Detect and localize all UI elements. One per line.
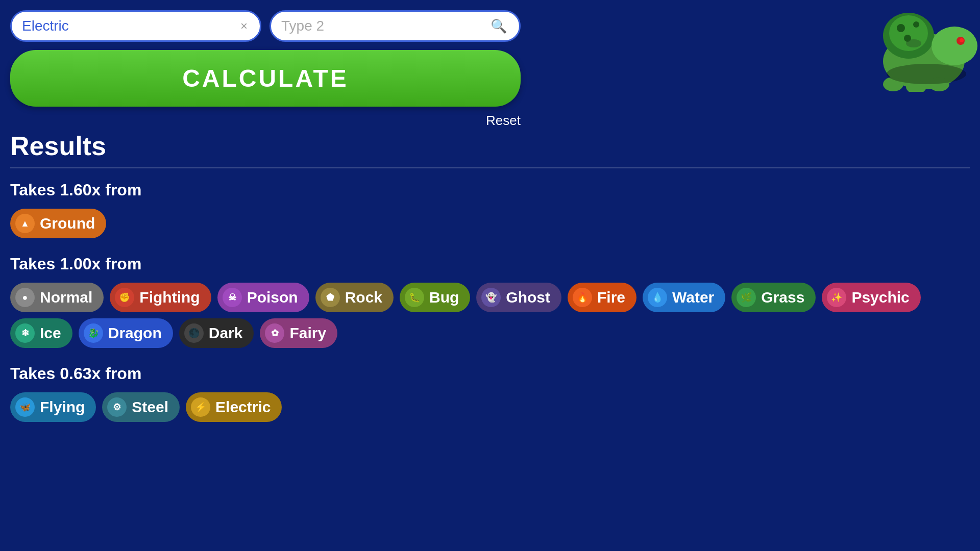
type-icon-water: 💧: [648, 288, 667, 307]
type-icon-grass: 🌿: [737, 288, 756, 307]
type-label-dragon: Dragon: [108, 324, 162, 342]
type-icon-flying: 🦋: [15, 397, 35, 417]
type-icon-psychic: ✨: [827, 288, 846, 307]
section-takes-160: Takes 1.60x from▲Ground: [10, 181, 970, 238]
type-icon-dark: 🌑: [184, 323, 204, 343]
svg-point-4: [957, 37, 965, 45]
type-icon-ice: ❄: [15, 323, 35, 343]
svg-point-13: [906, 39, 921, 47]
type-chips-takes-063: 🦋Flying⚙Steel⚡Electric: [10, 392, 970, 422]
type-chip-normal[interactable]: ●Normal: [10, 283, 104, 312]
results-sections: Takes 1.60x from▲GroundTakes 1.00x from●…: [10, 181, 970, 422]
svg-point-3: [932, 27, 977, 65]
pokemon-sprite: [842, 0, 980, 92]
reset-button[interactable]: Reset: [486, 113, 521, 129]
type-label-psychic: Psychic: [851, 289, 909, 306]
calculate-button[interactable]: CALCULATE: [10, 50, 521, 107]
type-chip-ground[interactable]: ▲Ground: [10, 209, 106, 238]
type-label-grass: Grass: [761, 289, 804, 306]
svg-point-0: [883, 33, 965, 89]
type-label-flying: Flying: [40, 398, 85, 416]
type-label-rock: Rock: [345, 289, 382, 306]
type-icon-electric: ⚡: [191, 397, 210, 417]
type-icon-fire: 🔥: [573, 288, 592, 307]
type-chip-water[interactable]: 💧Water: [643, 283, 725, 312]
section-takes-063: Takes 0.63x from🦋Flying⚙Steel⚡Electric: [10, 364, 970, 422]
type-label-steel: Steel: [132, 398, 168, 416]
svg-point-6: [897, 24, 905, 32]
svg-point-7: [913, 21, 919, 28]
type-label-dark: Dark: [209, 324, 243, 342]
type-icon-dragon: 🐉: [84, 323, 103, 343]
type-chip-ice[interactable]: ❄Ice: [10, 318, 72, 348]
svg-point-9: [883, 77, 903, 91]
type-chip-psychic[interactable]: ✨Psychic: [822, 283, 920, 312]
svg-point-2: [889, 15, 928, 51]
svg-point-11: [929, 77, 949, 91]
type2-input-wrapper: 🔍: [270, 10, 521, 42]
type-chip-bug[interactable]: 🐛Bug: [400, 283, 470, 312]
type-label-poison: Poison: [247, 289, 298, 306]
type-icon-fighting: ✊: [115, 288, 134, 307]
svg-point-5: [960, 38, 964, 42]
type1-input-wrapper: Electric ×: [10, 10, 261, 42]
type-icon-poison: ☠: [223, 288, 242, 307]
type-icon-steel: ⚙: [107, 397, 127, 417]
section-title-takes-063: Takes 0.63x from: [10, 364, 970, 383]
pokemon-decoration: [842, 0, 980, 92]
svg-point-10: [906, 80, 926, 92]
type-label-ghost: Ghost: [506, 289, 550, 306]
type-icon-bug: 🐛: [405, 288, 424, 307]
type-label-fighting: Fighting: [139, 289, 200, 306]
type-icon-normal: ●: [15, 288, 35, 307]
svg-point-8: [904, 35, 911, 42]
type-chips-takes-160: ▲Ground: [10, 209, 970, 238]
type2-input[interactable]: [281, 18, 488, 34]
type-chip-poison[interactable]: ☠Poison: [217, 283, 309, 312]
type-label-ice: Ice: [40, 324, 61, 342]
type-chip-fairy[interactable]: ✿Fairy: [260, 318, 337, 348]
type-chip-fire[interactable]: 🔥Fire: [568, 283, 636, 312]
search-area: Electric × 🔍: [10, 10, 521, 42]
type-icon-ghost: 👻: [481, 288, 501, 307]
type-label-water: Water: [672, 289, 714, 306]
svg-point-12: [887, 64, 966, 84]
type-label-normal: Normal: [40, 289, 92, 306]
type-chip-ghost[interactable]: 👻Ghost: [476, 283, 561, 312]
type-icon-fairy: ✿: [265, 323, 284, 343]
svg-point-1: [883, 13, 934, 59]
type1-input[interactable]: Electric: [22, 18, 238, 34]
section-title-takes-100: Takes 1.00x from: [10, 255, 970, 273]
type-label-fire: Fire: [597, 289, 625, 306]
section-takes-100: Takes 1.00x from●Normal✊Fighting☠Poison⬟…: [10, 255, 970, 348]
type-chips-takes-100: ●Normal✊Fighting☠Poison⬟Rock🐛Bug👻Ghost🔥F…: [10, 283, 970, 348]
type-chip-dark[interactable]: 🌑Dark: [179, 318, 254, 348]
search-button[interactable]: 🔍: [488, 18, 509, 34]
type-chip-grass[interactable]: 🌿Grass: [731, 283, 816, 312]
type-icon-ground: ▲: [15, 214, 35, 233]
type-chip-fighting[interactable]: ✊Fighting: [110, 283, 211, 312]
type-label-electric: Electric: [215, 398, 271, 416]
section-title-takes-160: Takes 1.60x from: [10, 181, 970, 199]
type-label-bug: Bug: [429, 289, 459, 306]
type-chip-electric[interactable]: ⚡Electric: [186, 392, 282, 422]
clear-button[interactable]: ×: [238, 20, 250, 32]
type-label-ground: Ground: [40, 215, 95, 232]
type-label-fairy: Fairy: [289, 324, 326, 342]
type-chip-flying[interactable]: 🦋Flying: [10, 392, 96, 422]
type-icon-rock: ⬟: [321, 288, 340, 307]
reset-row: Reset: [10, 113, 521, 129]
results-heading: Results: [10, 131, 970, 161]
type-chip-steel[interactable]: ⚙Steel: [102, 392, 180, 422]
results-divider: [10, 167, 970, 168]
type-chip-rock[interactable]: ⬟Rock: [315, 283, 394, 312]
type-chip-dragon[interactable]: 🐉Dragon: [79, 318, 173, 348]
